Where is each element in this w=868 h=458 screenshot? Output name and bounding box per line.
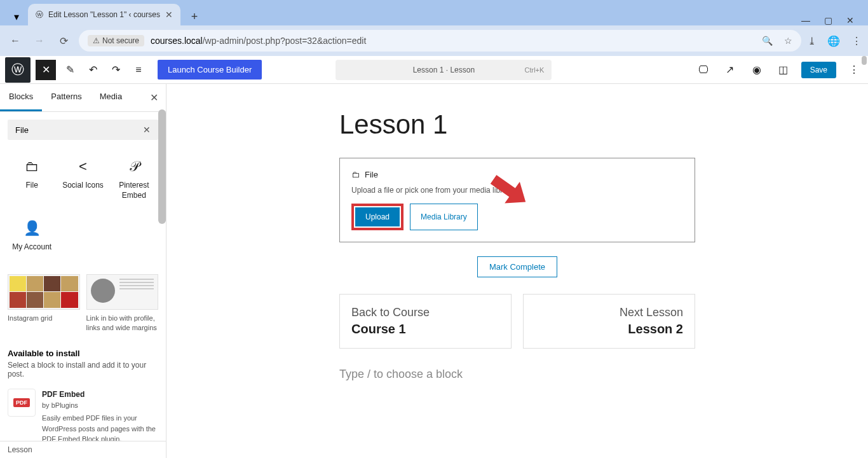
close-window-icon[interactable]: ✕ bbox=[846, 15, 854, 25]
sidebar-toggle-icon[interactable]: ◫ bbox=[775, 61, 792, 79]
external-link-icon[interactable]: ↗ bbox=[721, 61, 739, 79]
launch-course-builder-button[interactable]: Launch Course Builder bbox=[158, 60, 262, 80]
main-area: Blocks Patterns Media ✕ ✕ 🗀 File < Socia… bbox=[0, 84, 868, 458]
address-bar-row: ← → ⟳ ⚠ Not secure courses.local/wp-admi… bbox=[0, 25, 868, 56]
annotation-highlight: Upload bbox=[351, 204, 403, 230]
block-social-icons[interactable]: < Social Icons bbox=[58, 150, 107, 209]
pattern-instagram-grid[interactable]: Instagram grid bbox=[8, 274, 80, 333]
block-inserter-sidebar: Blocks Patterns Media ✕ ✕ 🗀 File < Socia… bbox=[0, 84, 166, 458]
search-input[interactable] bbox=[15, 125, 143, 135]
tab-bar: ▾ ⓦ Edit Lesson "Lesson 1" ‹ courses ✕ +… bbox=[0, 0, 868, 25]
shortcut-hint: Ctrl+K bbox=[525, 66, 545, 74]
undo-icon[interactable]: ↶ bbox=[84, 61, 102, 79]
zoom-icon[interactable]: 🔍 bbox=[762, 36, 773, 46]
redo-icon[interactable]: ↷ bbox=[107, 61, 125, 79]
next-lesson-card[interactable]: Next Lesson Lesson 2 bbox=[523, 294, 695, 349]
pinterest-icon: 𝒫 bbox=[129, 159, 139, 174]
block-search-box[interactable]: ✕ bbox=[8, 120, 158, 140]
view-icon[interactable]: 🖵 bbox=[695, 61, 712, 79]
astra-icon[interactable]: ◉ bbox=[748, 61, 766, 79]
window-controls: — ▢ ✕ bbox=[801, 15, 863, 25]
mark-complete-button[interactable]: Mark Complete bbox=[477, 256, 557, 277]
security-badge[interactable]: ⚠ Not secure bbox=[88, 35, 144, 46]
list-view-icon[interactable]: ≡ bbox=[130, 61, 147, 79]
minimize-icon[interactable]: — bbox=[801, 15, 810, 25]
save-button[interactable]: Save bbox=[801, 62, 836, 78]
close-inserter-icon[interactable]: ✕ bbox=[142, 84, 166, 111]
tab-media[interactable]: Media bbox=[91, 84, 131, 111]
install-section-title: Available to install bbox=[8, 349, 158, 358]
lesson-nav: Back to Course Course 1 Next Lesson Less… bbox=[339, 294, 695, 349]
wordpress-favicon: ⓦ bbox=[36, 10, 43, 20]
edit-tool-icon[interactable]: ✎ bbox=[61, 61, 79, 79]
page-title[interactable]: Lesson 1 bbox=[339, 109, 695, 140]
options-menu-icon[interactable]: ⋮ bbox=[845, 61, 863, 79]
address-bar[interactable]: ⚠ Not secure courses.local/wp-admin/post… bbox=[79, 30, 801, 52]
browser-chrome: ▾ ⓦ Edit Lesson "Lesson 1" ‹ courses ✕ +… bbox=[0, 0, 868, 56]
warning-icon: ⚠ bbox=[93, 36, 100, 45]
maximize-icon[interactable]: ▢ bbox=[824, 15, 832, 25]
back-button[interactable]: ← bbox=[6, 32, 24, 50]
account-icon: 👤 bbox=[24, 221, 41, 236]
wordpress-logo[interactable]: ⓦ bbox=[5, 57, 31, 83]
tab-close-icon[interactable]: ✕ bbox=[165, 10, 173, 20]
block-file[interactable]: 🗀 File bbox=[8, 150, 56, 209]
editor-canvas[interactable]: Lesson 1 🗀 File Upload a file or pick on… bbox=[166, 84, 868, 458]
page-scrollbar[interactable] bbox=[862, 56, 867, 65]
pdf-icon: PDF bbox=[8, 389, 36, 417]
file-block-placeholder: 🗀 File Upload a file or pick one from yo… bbox=[339, 158, 695, 242]
bookmark-star-icon[interactable]: ☆ bbox=[784, 36, 792, 46]
reload-button[interactable]: ⟳ bbox=[55, 32, 72, 50]
available-to-install: Available to install Select a block to i… bbox=[8, 349, 158, 441]
block-results-grid: 🗀 File < Social Icons 𝒫 Pinterest Embed … bbox=[8, 150, 158, 261]
document-title-bar[interactable]: Lesson 1 · Lesson Ctrl+K bbox=[336, 60, 552, 80]
folder-icon: 🗀 bbox=[351, 170, 360, 179]
block-my-account[interactable]: 👤 My Account bbox=[8, 212, 56, 261]
pattern-thumbnail bbox=[8, 274, 80, 310]
browser-menu-icon[interactable]: ⋮ bbox=[851, 35, 862, 47]
sidebar-scrollbar[interactable] bbox=[158, 109, 166, 224]
upload-button[interactable]: Upload bbox=[355, 207, 400, 226]
tab-search-dropdown[interactable]: ▾ bbox=[8, 8, 25, 25]
back-to-course-card[interactable]: Back to Course Course 1 bbox=[339, 294, 512, 349]
tab-title: Edit Lesson "Lesson 1" ‹ courses bbox=[48, 10, 160, 19]
downloads-icon[interactable]: ⤓ bbox=[808, 35, 816, 47]
url-text: courses.local/wp-admin/post.php?post=32&… bbox=[151, 36, 366, 46]
new-tab-button[interactable]: + bbox=[186, 8, 203, 25]
clear-search-icon[interactable]: ✕ bbox=[143, 125, 151, 135]
file-block-description: Upload a file or pick one from your medi… bbox=[351, 186, 683, 195]
extension-icon[interactable]: 🌐 bbox=[827, 35, 840, 47]
share-icon: < bbox=[79, 159, 87, 174]
file-block-header: 🗀 File bbox=[351, 170, 683, 179]
browser-tab-active[interactable]: ⓦ Edit Lesson "Lesson 1" ‹ courses ✕ bbox=[28, 4, 180, 25]
tab-patterns[interactable]: Patterns bbox=[42, 84, 90, 111]
folder-icon: 🗀 bbox=[25, 159, 39, 174]
install-item-pdf-embed[interactable]: PDF PDF Embed by bPlugins Easily embed P… bbox=[8, 389, 158, 441]
inserter-body: ✕ 🗀 File < Social Icons 𝒫 Pinterest Embe… bbox=[0, 112, 166, 441]
install-section-subtitle: Select a block to install and add it to … bbox=[8, 361, 158, 378]
pattern-link-in-bio[interactable]: Link in bio with profile, links and wide… bbox=[86, 274, 159, 333]
pattern-results: Instagram grid Link in bio with profile,… bbox=[8, 274, 158, 333]
wp-editor-toolbar: ⓦ ✕ ✎ ↶ ↷ ≡ Launch Course Builder Lesson… bbox=[0, 56, 868, 84]
inserter-tabs: Blocks Patterns Media ✕ bbox=[0, 84, 166, 112]
pattern-thumbnail bbox=[86, 274, 159, 310]
media-library-button[interactable]: Media Library bbox=[410, 204, 478, 230]
tab-blocks[interactable]: Blocks bbox=[0, 84, 42, 111]
sidebar-breadcrumb[interactable]: Lesson bbox=[0, 441, 166, 458]
block-appender-prompt[interactable]: Type / to choose a block bbox=[339, 368, 695, 381]
close-inserter-button[interactable]: ✕ bbox=[36, 60, 56, 80]
forward-button[interactable]: → bbox=[31, 32, 48, 50]
block-pinterest-embed[interactable]: 𝒫 Pinterest Embed bbox=[110, 150, 158, 209]
